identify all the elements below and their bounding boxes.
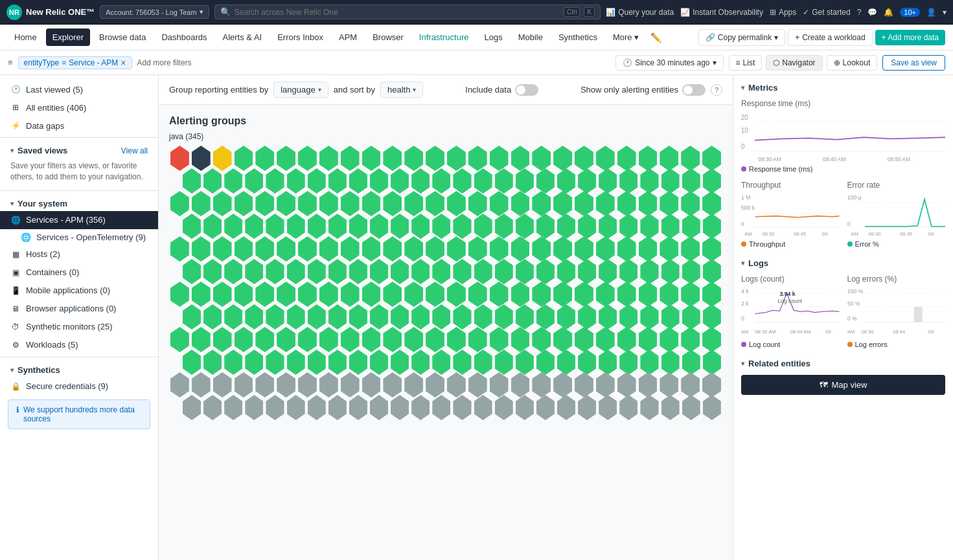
- sidebar-item-all-entities[interactable]: ⊞ All entities (406): [0, 98, 158, 117]
- hex-cell-11-8[interactable]: [349, 395, 367, 420]
- hex-cell-11-1[interactable]: [203, 395, 222, 420]
- sidebar-item-mobile-apps[interactable]: 📱 Mobile applications (0): [0, 282, 158, 300]
- nav-mobile[interactable]: Mobile: [512, 28, 549, 46]
- copy-permalink-btn[interactable]: 🔗 Copy permalink ▾: [698, 29, 785, 46]
- hex-cell-11-9[interactable]: [370, 395, 388, 420]
- nav-more[interactable]: More ▾: [606, 28, 645, 46]
- language-dropdown[interactable]: language ▾: [273, 82, 328, 98]
- hex-content-area[interactable]: Alerting groups java (345): [159, 105, 733, 560]
- sidebar-item-secure-credentials[interactable]: 🔒 Secure credentials (9): [0, 377, 158, 396]
- expand-icon[interactable]: ▾: [943, 8, 947, 17]
- nav-browser[interactable]: Browser: [366, 28, 410, 46]
- nav-errors-inbox[interactable]: Errors Inbox: [271, 28, 330, 46]
- sidebar-item-services-apm[interactable]: 🌐 Services - APM (356): [0, 211, 158, 229]
- edit-pencil-icon[interactable]: ✏️: [648, 30, 664, 45]
- log-errors-legend: Log errors: [847, 341, 946, 348]
- hex-cell-11-21[interactable]: [619, 395, 637, 420]
- nav-infrastructure[interactable]: Infrastructure: [413, 28, 476, 46]
- synthetics-title[interactable]: ▾ Synthetics: [10, 365, 60, 375]
- user-avatar[interactable]: 👤: [926, 8, 936, 17]
- help-icon[interactable]: ?: [857, 8, 862, 17]
- logo-area: NR New Relic ONE™: [6, 5, 95, 20]
- hex-cell-11-12[interactable]: [432, 395, 450, 420]
- filter-chip-entity-type[interactable]: entityType = Service - APM ×: [18, 56, 132, 69]
- add-filter-btn[interactable]: Add more filters: [137, 58, 192, 67]
- hex-cell-11-11[interactable]: [411, 395, 430, 420]
- hex-cell-11-14[interactable]: [474, 395, 492, 420]
- hex-cell-11-15[interactable]: [495, 395, 513, 420]
- hex-cell-11-17[interactable]: [536, 395, 555, 420]
- search-input[interactable]: [235, 8, 560, 17]
- time-selector[interactable]: 🕐 Since 30 minutes ago ▾: [615, 55, 723, 71]
- hex-cell-11-18[interactable]: [557, 395, 575, 420]
- nav-synthetics[interactable]: Synthetics: [552, 28, 604, 46]
- sidebar-item-synthetic-monitors[interactable]: ⏱ Synthetic monitors (25): [0, 318, 158, 336]
- account-selector[interactable]: Account: 756053 - Log Team ▾: [100, 5, 209, 19]
- list-view-btn[interactable]: ≡ List: [729, 55, 763, 71]
- svg-text:08:44: 08:44: [893, 329, 905, 335]
- help-circle-icon[interactable]: ?: [711, 84, 722, 96]
- hex-cell-11-25[interactable]: [703, 395, 721, 420]
- filter-key: entityType: [24, 58, 60, 67]
- include-data-toggle[interactable]: [515, 84, 538, 96]
- nav-browse-data[interactable]: Browse data: [93, 28, 152, 46]
- your-system-title[interactable]: ▾ Your system: [10, 199, 67, 208]
- filter-remove-icon[interactable]: ×: [121, 58, 126, 67]
- apps-btn[interactable]: ⊞ Apps: [770, 8, 796, 17]
- instant-observability-btn[interactable]: 📈 Instant Observability: [680, 8, 763, 17]
- notifications-icon[interactable]: 💬: [867, 8, 877, 17]
- add-more-data-btn[interactable]: + Add more data: [875, 30, 945, 45]
- query-data-btn[interactable]: 📊 Query your data: [606, 8, 674, 17]
- hex-cell-11-4[interactable]: [266, 395, 284, 420]
- search-bar[interactable]: 🔍 Ctrl K: [214, 5, 601, 19]
- sidebar-item-containers[interactable]: ▣ Containers (0): [0, 263, 158, 282]
- lookout-view-btn[interactable]: ⊕ Lookout: [827, 55, 878, 71]
- hex-cell-11-5[interactable]: [287, 395, 305, 420]
- alerting-only-toggle[interactable]: [682, 84, 706, 96]
- svg-text:08:30: 08:30: [762, 231, 774, 237]
- hex-cell-11-24[interactable]: [682, 395, 700, 420]
- nav-alerts-ai[interactable]: Alerts & AI: [216, 28, 268, 46]
- hex-cell-11-7[interactable]: [328, 395, 347, 420]
- sidebar-item-hosts[interactable]: ▦ Hosts (2): [0, 245, 158, 263]
- health-dropdown[interactable]: health ▾: [380, 82, 423, 98]
- sidebar-item-services-otel[interactable]: 🌐 Services - OpenTelemetry (9): [0, 229, 158, 245]
- sidebar-item-last-viewed[interactable]: 🕐 Last viewed (5): [0, 80, 158, 98]
- sidebar-resize-handle[interactable]: [155, 75, 158, 560]
- hex-cell-11-3[interactable]: [245, 395, 263, 420]
- nav-apm[interactable]: APM: [332, 28, 363, 46]
- svg-text:100 %: 100 %: [847, 288, 864, 295]
- saved-views-title[interactable]: ▾ Saved views: [10, 146, 67, 155]
- nav-explorer[interactable]: Explorer: [46, 28, 90, 46]
- hex-cell-11-20[interactable]: [599, 395, 617, 420]
- badge-count[interactable]: 10+: [900, 8, 920, 17]
- hex-cell-11-19[interactable]: [578, 395, 596, 420]
- sidebar-item-browser-apps[interactable]: 🖥 Browser applications (0): [0, 300, 158, 318]
- hex-cell-11-0[interactable]: [183, 395, 201, 420]
- map-view-btn[interactable]: 🗺 Map view: [741, 375, 945, 395]
- create-workload-btn[interactable]: + Create a workload: [788, 29, 872, 46]
- sidebar-scroll[interactable]: 🕐 Last viewed (5) ⊞ All entities (406) ⚡…: [0, 80, 158, 555]
- filter-icon[interactable]: ≡: [8, 58, 13, 67]
- logs-collapse-icon: ▾: [741, 260, 744, 267]
- hex-cell-11-23[interactable]: [661, 395, 680, 420]
- nav-home[interactable]: Home: [8, 28, 43, 46]
- nav-logs[interactable]: Logs: [477, 28, 509, 46]
- sidebar-item-workloads[interactable]: ⚙ Workloads (5): [0, 336, 158, 354]
- hex-cell-11-13[interactable]: [453, 395, 471, 420]
- nav-dashboards[interactable]: Dashboards: [155, 28, 213, 46]
- metrics-header[interactable]: ▾ Metrics: [741, 83, 945, 93]
- hex-cell-11-22[interactable]: [640, 395, 658, 420]
- hex-cell-11-16[interactable]: [516, 395, 534, 420]
- alerts-icon[interactable]: 🔔: [884, 8, 893, 17]
- get-started-btn[interactable]: ✓ Get started: [803, 8, 850, 17]
- hex-cell-11-10[interactable]: [391, 395, 409, 420]
- view-all-link[interactable]: View all: [121, 146, 148, 155]
- sidebar-item-data-gaps[interactable]: ⚡ Data gaps: [0, 117, 158, 135]
- hex-cell-11-6[interactable]: [308, 395, 326, 420]
- logs-header[interactable]: ▾ Logs: [741, 258, 945, 268]
- hex-cell-11-2[interactable]: [224, 395, 242, 420]
- save-as-view-btn[interactable]: Save as view: [882, 55, 945, 71]
- related-entities-header[interactable]: ▾ Related entities: [741, 359, 945, 368]
- navigator-view-btn[interactable]: ⬡ Navigator: [766, 55, 822, 71]
